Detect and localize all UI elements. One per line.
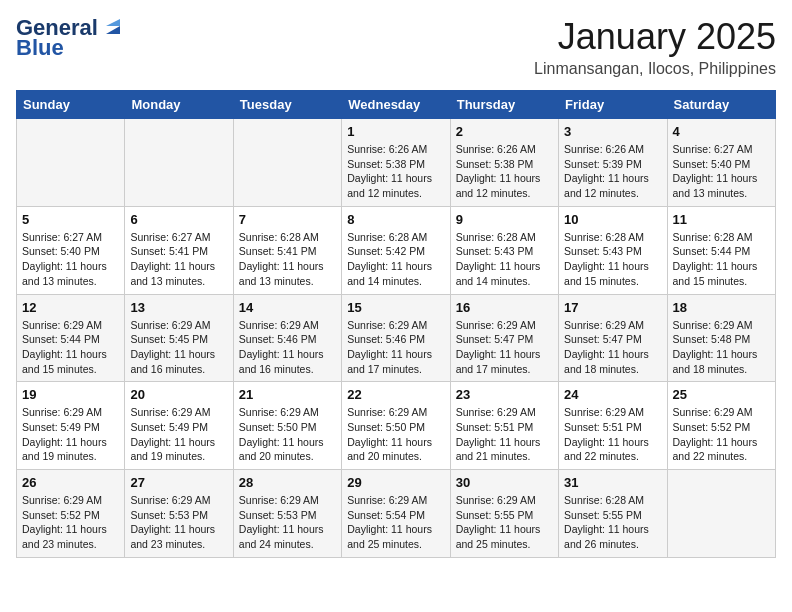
calendar-cell: 10Sunrise: 6:28 AMSunset: 5:43 PMDayligh… (559, 206, 667, 294)
calendar-cell: 19Sunrise: 6:29 AMSunset: 5:49 PMDayligh… (17, 382, 125, 470)
cell-sun-info: Sunrise: 6:26 AMSunset: 5:38 PMDaylight:… (456, 142, 553, 201)
cell-sun-info: Sunrise: 6:29 AMSunset: 5:47 PMDaylight:… (564, 318, 661, 377)
cell-day-number: 2 (456, 124, 553, 139)
cell-sun-info: Sunrise: 6:26 AMSunset: 5:39 PMDaylight:… (564, 142, 661, 201)
cell-day-number: 23 (456, 387, 553, 402)
calendar-cell: 13Sunrise: 6:29 AMSunset: 5:45 PMDayligh… (125, 294, 233, 382)
cell-day-number: 24 (564, 387, 661, 402)
logo-text-blue: Blue (16, 35, 64, 60)
cell-sun-info: Sunrise: 6:29 AMSunset: 5:51 PMDaylight:… (456, 405, 553, 464)
cell-sun-info: Sunrise: 6:29 AMSunset: 5:47 PMDaylight:… (456, 318, 553, 377)
calendar-cell: 23Sunrise: 6:29 AMSunset: 5:51 PMDayligh… (450, 382, 558, 470)
cell-sun-info: Sunrise: 6:29 AMSunset: 5:44 PMDaylight:… (22, 318, 119, 377)
cell-day-number: 5 (22, 212, 119, 227)
cell-sun-info: Sunrise: 6:29 AMSunset: 5:50 PMDaylight:… (347, 405, 444, 464)
cell-sun-info: Sunrise: 6:28 AMSunset: 5:43 PMDaylight:… (564, 230, 661, 289)
cell-day-number: 21 (239, 387, 336, 402)
calendar-header-row: SundayMondayTuesdayWednesdayThursdayFrid… (17, 91, 776, 119)
cell-day-number: 22 (347, 387, 444, 402)
cell-day-number: 10 (564, 212, 661, 227)
calendar-table: SundayMondayTuesdayWednesdayThursdayFrid… (16, 90, 776, 558)
calendar-cell: 11Sunrise: 6:28 AMSunset: 5:44 PMDayligh… (667, 206, 775, 294)
cell-sun-info: Sunrise: 6:27 AMSunset: 5:41 PMDaylight:… (130, 230, 227, 289)
day-header-thursday: Thursday (450, 91, 558, 119)
calendar-cell: 26Sunrise: 6:29 AMSunset: 5:52 PMDayligh… (17, 470, 125, 558)
day-header-sunday: Sunday (17, 91, 125, 119)
calendar-cell: 17Sunrise: 6:29 AMSunset: 5:47 PMDayligh… (559, 294, 667, 382)
cell-sun-info: Sunrise: 6:29 AMSunset: 5:48 PMDaylight:… (673, 318, 770, 377)
calendar-week-row: 26Sunrise: 6:29 AMSunset: 5:52 PMDayligh… (17, 470, 776, 558)
calendar-cell (125, 119, 233, 207)
cell-day-number: 3 (564, 124, 661, 139)
cell-day-number: 9 (456, 212, 553, 227)
cell-day-number: 7 (239, 212, 336, 227)
calendar-cell: 6Sunrise: 6:27 AMSunset: 5:41 PMDaylight… (125, 206, 233, 294)
cell-day-number: 14 (239, 300, 336, 315)
calendar-cell: 27Sunrise: 6:29 AMSunset: 5:53 PMDayligh… (125, 470, 233, 558)
calendar-week-row: 12Sunrise: 6:29 AMSunset: 5:44 PMDayligh… (17, 294, 776, 382)
calendar-cell: 29Sunrise: 6:29 AMSunset: 5:54 PMDayligh… (342, 470, 450, 558)
cell-day-number: 11 (673, 212, 770, 227)
month-title: January 2025 (534, 16, 776, 58)
cell-day-number: 15 (347, 300, 444, 315)
cell-sun-info: Sunrise: 6:29 AMSunset: 5:55 PMDaylight:… (456, 493, 553, 552)
cell-sun-info: Sunrise: 6:28 AMSunset: 5:41 PMDaylight:… (239, 230, 336, 289)
cell-day-number: 1 (347, 124, 444, 139)
calendar-cell: 3Sunrise: 6:26 AMSunset: 5:39 PMDaylight… (559, 119, 667, 207)
svg-marker-1 (106, 19, 120, 26)
cell-sun-info: Sunrise: 6:29 AMSunset: 5:50 PMDaylight:… (239, 405, 336, 464)
calendar-cell: 12Sunrise: 6:29 AMSunset: 5:44 PMDayligh… (17, 294, 125, 382)
cell-day-number: 18 (673, 300, 770, 315)
calendar-cell: 14Sunrise: 6:29 AMSunset: 5:46 PMDayligh… (233, 294, 341, 382)
calendar-cell: 20Sunrise: 6:29 AMSunset: 5:49 PMDayligh… (125, 382, 233, 470)
location-title: Linmansangan, Ilocos, Philippines (534, 60, 776, 78)
calendar-week-row: 5Sunrise: 6:27 AMSunset: 5:40 PMDaylight… (17, 206, 776, 294)
cell-sun-info: Sunrise: 6:27 AMSunset: 5:40 PMDaylight:… (673, 142, 770, 201)
cell-sun-info: Sunrise: 6:26 AMSunset: 5:38 PMDaylight:… (347, 142, 444, 201)
cell-day-number: 26 (22, 475, 119, 490)
cell-day-number: 6 (130, 212, 227, 227)
cell-day-number: 20 (130, 387, 227, 402)
cell-day-number: 31 (564, 475, 661, 490)
cell-day-number: 28 (239, 475, 336, 490)
cell-sun-info: Sunrise: 6:28 AMSunset: 5:44 PMDaylight:… (673, 230, 770, 289)
cell-day-number: 16 (456, 300, 553, 315)
cell-day-number: 12 (22, 300, 119, 315)
cell-sun-info: Sunrise: 6:29 AMSunset: 5:54 PMDaylight:… (347, 493, 444, 552)
calendar-cell: 30Sunrise: 6:29 AMSunset: 5:55 PMDayligh… (450, 470, 558, 558)
day-header-monday: Monday (125, 91, 233, 119)
calendar-cell: 18Sunrise: 6:29 AMSunset: 5:48 PMDayligh… (667, 294, 775, 382)
cell-sun-info: Sunrise: 6:29 AMSunset: 5:45 PMDaylight:… (130, 318, 227, 377)
calendar-cell: 8Sunrise: 6:28 AMSunset: 5:42 PMDaylight… (342, 206, 450, 294)
cell-day-number: 4 (673, 124, 770, 139)
calendar-cell: 5Sunrise: 6:27 AMSunset: 5:40 PMDaylight… (17, 206, 125, 294)
calendar-cell: 9Sunrise: 6:28 AMSunset: 5:43 PMDaylight… (450, 206, 558, 294)
calendar-cell: 31Sunrise: 6:28 AMSunset: 5:55 PMDayligh… (559, 470, 667, 558)
cell-sun-info: Sunrise: 6:28 AMSunset: 5:42 PMDaylight:… (347, 230, 444, 289)
cell-day-number: 13 (130, 300, 227, 315)
cell-sun-info: Sunrise: 6:29 AMSunset: 5:52 PMDaylight:… (22, 493, 119, 552)
day-header-saturday: Saturday (667, 91, 775, 119)
cell-sun-info: Sunrise: 6:29 AMSunset: 5:49 PMDaylight:… (130, 405, 227, 464)
logo: General Blue (16, 16, 124, 60)
day-header-friday: Friday (559, 91, 667, 119)
cell-sun-info: Sunrise: 6:28 AMSunset: 5:55 PMDaylight:… (564, 493, 661, 552)
calendar-cell: 1Sunrise: 6:26 AMSunset: 5:38 PMDaylight… (342, 119, 450, 207)
cell-day-number: 25 (673, 387, 770, 402)
calendar-cell: 24Sunrise: 6:29 AMSunset: 5:51 PMDayligh… (559, 382, 667, 470)
cell-day-number: 30 (456, 475, 553, 490)
page-header: General Blue January 2025 Linmansangan, … (16, 16, 776, 78)
calendar-week-row: 1Sunrise: 6:26 AMSunset: 5:38 PMDaylight… (17, 119, 776, 207)
cell-day-number: 27 (130, 475, 227, 490)
cell-sun-info: Sunrise: 6:29 AMSunset: 5:53 PMDaylight:… (239, 493, 336, 552)
calendar-cell: 7Sunrise: 6:28 AMSunset: 5:41 PMDaylight… (233, 206, 341, 294)
cell-day-number: 29 (347, 475, 444, 490)
cell-sun-info: Sunrise: 6:29 AMSunset: 5:46 PMDaylight:… (347, 318, 444, 377)
calendar-cell: 4Sunrise: 6:27 AMSunset: 5:40 PMDaylight… (667, 119, 775, 207)
day-header-wednesday: Wednesday (342, 91, 450, 119)
calendar-cell (233, 119, 341, 207)
calendar-cell: 16Sunrise: 6:29 AMSunset: 5:47 PMDayligh… (450, 294, 558, 382)
logo-icon (102, 16, 124, 38)
cell-sun-info: Sunrise: 6:29 AMSunset: 5:53 PMDaylight:… (130, 493, 227, 552)
cell-sun-info: Sunrise: 6:28 AMSunset: 5:43 PMDaylight:… (456, 230, 553, 289)
